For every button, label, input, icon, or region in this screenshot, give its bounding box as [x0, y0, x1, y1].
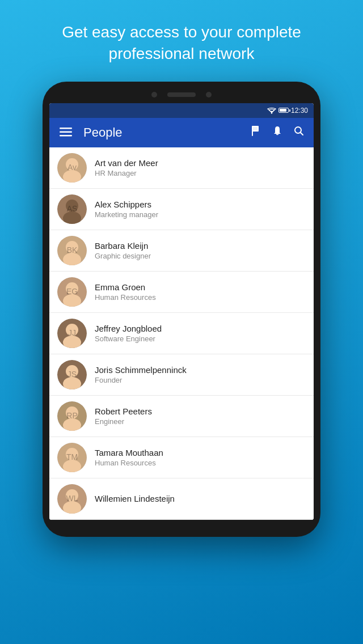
list-item[interactable]: JS Joris Schimmelpenninck Founder: [49, 354, 314, 396]
avatar: EG: [57, 277, 87, 307]
svg-rect-3: [60, 135, 72, 137]
person-info: Art van der Meer HR Manager: [95, 158, 158, 177]
person-info: Robert Peeters Engineer: [95, 406, 152, 426]
svg-text:WL: WL: [66, 494, 78, 503]
avatar: JS: [57, 360, 87, 389]
person-title: Graphic designer: [95, 252, 151, 260]
status-icons: 12:30: [267, 107, 308, 115]
search-icon[interactable]: [291, 123, 307, 142]
person-name: Willemien Lindesteijn: [95, 494, 175, 503]
svg-text:Av: Av: [67, 163, 77, 172]
app-title: People: [83, 125, 248, 140]
svg-text:RP: RP: [66, 411, 77, 420]
person-name: Alex Schippers: [95, 200, 158, 209]
phone-screen: 12:30 People: [49, 103, 314, 520]
person-title: Software Engineer: [95, 334, 162, 343]
list-item[interactable]: Av Art van der Meer HR Manager: [49, 147, 314, 189]
app-bar-actions: [248, 123, 307, 142]
svg-point-0: [271, 112, 272, 113]
tagline: Get easy access to your complete profess…: [0, 0, 363, 82]
phone-top-bar: [49, 92, 314, 98]
battery-icon: [278, 108, 289, 113]
phone-bottom-bar: [49, 520, 314, 527]
person-info: Barbara Kleijn Graphic designer: [95, 241, 151, 260]
avatar: Av: [57, 153, 87, 183]
svg-text:AS: AS: [67, 204, 78, 213]
list-item[interactable]: BK Barbara Kleijn Graphic designer: [49, 230, 314, 272]
list-item[interactable]: JJ Jeffrey Jongbloed Software Engineer: [49, 313, 314, 354]
phone-device: 12:30 People: [43, 82, 320, 537]
wifi-icon: [267, 107, 276, 114]
bell-icon[interactable]: [269, 123, 285, 142]
svg-text:EG: EG: [66, 287, 78, 296]
svg-line-5: [301, 133, 303, 135]
avatar: TM: [57, 443, 87, 472]
person-info: Tamara Mouthaan Human Resources: [95, 448, 163, 467]
menu-icon[interactable]: [56, 125, 75, 141]
avatar: RP: [57, 401, 87, 431]
person-info: Willemien Lindesteijn: [95, 494, 175, 503]
front-camera: [151, 92, 157, 98]
person-name: Robert Peeters: [95, 406, 152, 416]
person-title: Founder: [95, 376, 187, 384]
svg-text:BK: BK: [67, 245, 78, 255]
avatar: WL: [57, 484, 87, 514]
person-name: Tamara Mouthaan: [95, 448, 163, 457]
speaker: [167, 92, 196, 97]
person-title: Human Resources: [95, 293, 156, 302]
person-name: Joris Schimmelpenninck: [95, 365, 187, 375]
list-item[interactable]: TM Tamara Mouthaan Human Resources: [49, 437, 314, 478]
list-item[interactable]: RP Robert Peeters Engineer: [49, 396, 314, 437]
svg-text:TM: TM: [66, 452, 78, 461]
svg-text:JJ: JJ: [68, 328, 76, 337]
list-item[interactable]: WL Willemien Lindesteijn: [49, 478, 314, 520]
svg-rect-1: [60, 128, 72, 129]
avatar: BK: [57, 236, 87, 265]
person-title: HR Manager: [95, 169, 158, 177]
person-info: Alex Schippers Marketing manager: [95, 200, 158, 219]
person-title: Engineer: [95, 417, 152, 426]
list-item[interactable]: AS Alex Schippers Marketing manager: [49, 189, 314, 230]
flag-icon[interactable]: [248, 123, 264, 142]
person-name: Barbara Kleijn: [95, 241, 151, 251]
person-info: Joris Schimmelpenninck Founder: [95, 365, 187, 384]
person-name: Jeffrey Jongbloed: [95, 324, 162, 333]
person-title: Marketing manager: [95, 210, 158, 219]
front-sensor: [206, 92, 212, 98]
svg-rect-2: [60, 131, 72, 133]
person-name: Art van der Meer: [95, 158, 158, 168]
person-title: Human Resources: [95, 459, 163, 467]
avatar: JJ: [57, 319, 87, 348]
app-bar: People: [49, 118, 314, 147]
svg-text:JS: JS: [67, 370, 77, 379]
status-time: 12:30: [291, 107, 308, 115]
person-info: Emma Groen Human Resources: [95, 282, 156, 302]
list-item[interactable]: EG Emma Groen Human Resources: [49, 272, 314, 313]
avatar: AS: [57, 194, 87, 224]
person-name: Emma Groen: [95, 282, 156, 292]
status-bar: 12:30: [49, 103, 314, 118]
people-list: Av Art van der Meer HR Manager AS Alex S…: [49, 147, 314, 520]
person-info: Jeffrey Jongbloed Software Engineer: [95, 324, 162, 343]
